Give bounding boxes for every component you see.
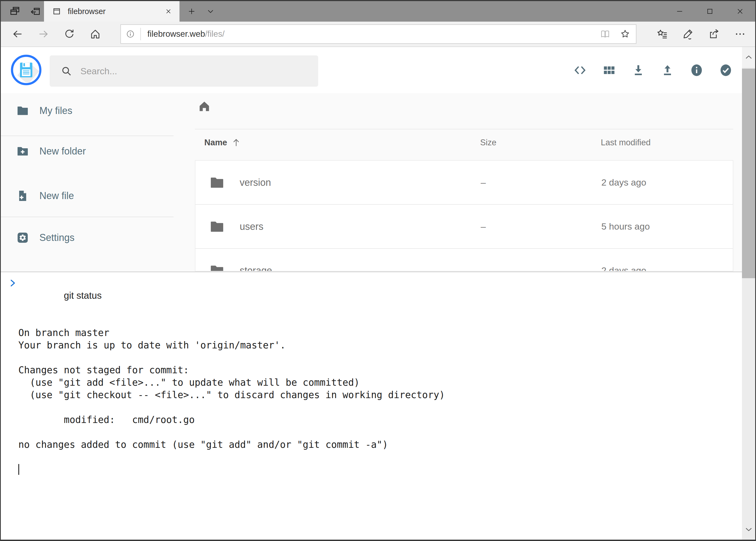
minimize-button[interactable]	[664, 1, 695, 22]
favorite-star-icon[interactable]	[620, 29, 630, 39]
scroll-up-button[interactable]	[742, 47, 755, 68]
browser-action-buttons	[649, 22, 753, 46]
code-view-icon	[573, 63, 587, 77]
tab-close-icon[interactable]	[164, 7, 172, 15]
hub-icon	[656, 28, 668, 40]
grid-view-icon	[602, 63, 616, 77]
file-plus-icon	[16, 189, 29, 202]
reading-view-icon[interactable]	[600, 29, 611, 39]
home-button[interactable]	[82, 22, 108, 46]
set-tabs-aside-button[interactable]	[25, 1, 46, 22]
browser-tab[interactable]: filebrowser	[44, 1, 179, 22]
download-icon	[631, 63, 645, 77]
forward-icon	[38, 28, 49, 40]
forward-button[interactable]	[31, 22, 56, 46]
check-circle-icon	[718, 62, 733, 78]
folder-icon	[209, 175, 225, 191]
title-bar: filebrowser	[1, 1, 755, 22]
grid-view-button[interactable]	[595, 47, 624, 93]
annotate-pen-icon	[682, 28, 694, 40]
prompt-chevron-icon	[8, 278, 17, 287]
floppy-logo-icon[interactable]	[11, 55, 42, 85]
home-icon	[89, 28, 101, 40]
window-controls	[664, 1, 755, 22]
tab-list-button[interactable]	[201, 1, 220, 22]
upload-button[interactable]	[653, 47, 682, 93]
scroll-up-icon	[744, 53, 753, 62]
column-header-size[interactable]: Size	[480, 135, 496, 151]
tab-list-chevron-icon	[206, 7, 215, 16]
sidebar-item-settings[interactable]: Settings	[1, 224, 173, 251]
file-modified: 2 days ago	[601, 177, 646, 188]
search-bar[interactable]	[50, 55, 318, 87]
folder-icon	[209, 219, 225, 235]
tab-preview-button[interactable]	[5, 1, 25, 22]
share-icon	[708, 28, 720, 40]
maximize-button[interactable]	[695, 1, 725, 22]
more-menu-button[interactable]	[727, 22, 753, 46]
close-button[interactable]	[725, 1, 755, 22]
site-info-icon[interactable]	[126, 29, 135, 39]
terminal-command-line: git status	[18, 277, 737, 314]
file-modified: 2 days ago	[601, 265, 646, 271]
browser-window: filebrowser	[0, 0, 756, 541]
file-name: users	[240, 221, 263, 232]
sidebar-item-new-folder[interactable]: New folder	[1, 138, 173, 165]
terminal-output-line: Changes not staged for commit:	[18, 364, 737, 376]
window-close-icon	[736, 7, 744, 15]
back-button[interactable]	[5, 22, 31, 46]
page-favicon-icon	[52, 7, 61, 16]
search-input[interactable]	[81, 66, 310, 76]
scroll-down-icon	[744, 525, 753, 534]
file-name: storage	[240, 265, 272, 272]
file-size: –	[481, 177, 486, 188]
terminal-output-line: (use "git checkout -- <file>..." to disc…	[18, 389, 737, 401]
home-breadcrumb-icon	[197, 99, 211, 114]
share-button[interactable]	[701, 22, 727, 46]
back-icon	[12, 28, 24, 40]
sidebar-divider	[1, 217, 173, 217]
terminal-output-line: modified: cmd/root.go	[18, 413, 737, 426]
terminal-output-line: no changes added to commit (use "git add…	[18, 438, 737, 451]
info-button[interactable]	[682, 47, 711, 93]
code-view-button[interactable]	[566, 47, 595, 93]
hub-favorites-button[interactable]	[649, 22, 675, 46]
column-header-modified[interactable]: Last modified	[601, 135, 650, 151]
scrollbar-thumb[interactable]	[742, 69, 755, 278]
navigation-bar: filebrowser.web/files/	[1, 22, 755, 47]
sidebar-item-label: New file	[39, 190, 74, 202]
url-host: filebrowser.web	[147, 29, 205, 39]
annotate-button[interactable]	[675, 22, 701, 46]
sidebar-item-new-file[interactable]: New file	[1, 182, 173, 209]
file-row-version[interactable]: version – 2 days ago	[195, 161, 733, 205]
page-content: My files New folder New file	[1, 47, 755, 540]
set-tabs-aside-icon	[30, 6, 41, 17]
address-bar[interactable]: filebrowser.web/files/	[121, 24, 636, 44]
file-list-card: version – 2 days ago users – 5 hours ago	[195, 160, 733, 271]
page-scrollbar[interactable]	[742, 47, 755, 540]
sort-up-icon	[231, 138, 241, 148]
terminal-panel[interactable]: git status On branch master Your branch …	[1, 271, 742, 540]
tab-bar-buttons	[182, 1, 220, 22]
sidebar-item-my-files[interactable]: My files	[1, 97, 173, 124]
terminal-output-line	[18, 426, 737, 438]
listing-divider	[195, 129, 733, 129]
file-row-users[interactable]: users – 5 hours ago	[195, 205, 733, 249]
sidebar-item-label: Settings	[39, 232, 75, 244]
terminal-output-line	[18, 314, 737, 326]
file-size: –	[481, 265, 486, 271]
file-row-storage[interactable]: storage – 2 days ago	[195, 249, 733, 271]
search-icon	[61, 65, 72, 77]
column-header-name[interactable]: Name	[204, 135, 241, 151]
refresh-button[interactable]	[56, 22, 82, 46]
address-separator	[140, 28, 141, 40]
terminal-output-line	[18, 401, 737, 413]
refresh-icon	[64, 28, 75, 40]
folder-plus-icon	[16, 145, 29, 158]
new-tab-button[interactable]	[182, 1, 201, 22]
scroll-down-button[interactable]	[742, 519, 755, 540]
breadcrumb-home-button[interactable]	[196, 98, 213, 115]
sidebar-item-label: New folder	[39, 146, 86, 157]
select-multiple-button[interactable]	[711, 47, 740, 93]
download-button[interactable]	[624, 47, 653, 93]
